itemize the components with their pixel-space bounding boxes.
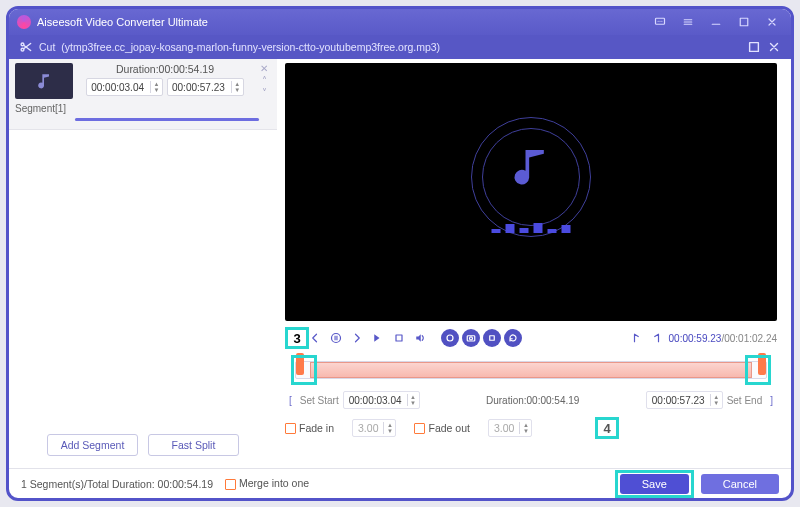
svg-rect-9 — [396, 335, 402, 341]
skip-start-icon[interactable] — [285, 329, 303, 347]
close-icon[interactable] — [761, 13, 783, 31]
feedback-icon[interactable] — [649, 13, 671, 31]
fade-in-input[interactable]: 3.00▲▼ — [352, 419, 396, 437]
maximize-icon[interactable] — [733, 13, 755, 31]
segment-name: Segment[1] — [15, 103, 271, 114]
svg-point-2 — [659, 21, 660, 22]
segment-item[interactable]: Duration:00:00:54.19 00:00:03.04▲▼ 00:00… — [9, 59, 277, 130]
segments-panel: Duration:00:00:54.19 00:00:03.04▲▼ 00:00… — [9, 59, 277, 468]
prev-frame-icon[interactable] — [306, 329, 324, 347]
svg-point-10 — [447, 335, 453, 341]
segment-end-input[interactable]: 00:00:57.23▲▼ — [167, 78, 244, 96]
fast-split-button[interactable]: Fast Split — [148, 434, 239, 456]
fade-in-checkbox[interactable]: Fade in — [285, 422, 334, 435]
app-title: Aiseesoft Video Converter Ultimate — [37, 16, 208, 28]
mark-in-icon[interactable] — [627, 329, 645, 347]
callout-4: 4 — [595, 417, 619, 439]
svg-point-12 — [470, 337, 473, 340]
cancel-button[interactable]: Cancel — [701, 474, 779, 494]
title-bar: Aiseesoft Video Converter Ultimate — [9, 9, 791, 35]
bracket-start-icon[interactable]: [ — [285, 395, 296, 406]
fade-row: Fade in 3.00▲▼ Fade out 3.00▲▼ 4 — [285, 417, 777, 439]
app-logo-icon — [17, 15, 31, 29]
play-pause-icon[interactable] — [327, 329, 345, 347]
svg-point-3 — [661, 21, 662, 22]
trim-timeline[interactable] — [285, 355, 777, 385]
fade-out-checkbox[interactable]: Fade out — [414, 422, 469, 435]
stop-icon[interactable] — [390, 329, 408, 347]
footer-bar: 1 Segment(s)/Total Duration: 00:00:54.19… — [9, 468, 791, 498]
equalizer-icon — [492, 223, 571, 233]
set-start-label[interactable]: Set Start — [296, 395, 343, 406]
trim-handle-right[interactable] — [758, 353, 766, 375]
skip-end-icon[interactable] — [369, 329, 387, 347]
end-time-input[interactable]: 00:00:57.23▲▼ — [646, 391, 723, 409]
panel-maximize-icon[interactable] — [747, 40, 761, 54]
svg-point-8 — [332, 334, 341, 343]
segment-thumb-icon — [15, 63, 73, 99]
segment-range-bar[interactable] — [75, 118, 259, 121]
svg-rect-7 — [750, 43, 759, 52]
filename: (ytmp3free.cc_jopay-kosang-marlon-funny-… — [61, 41, 440, 53]
move-up-icon[interactable]: ˄ — [257, 75, 271, 85]
step-down-icon[interactable]: ▼ — [151, 87, 162, 93]
menu-icon[interactable] — [677, 13, 699, 31]
move-down-icon[interactable]: ˅ — [257, 87, 271, 97]
next-frame-icon[interactable] — [348, 329, 366, 347]
action3-icon[interactable] — [483, 329, 501, 347]
minimize-icon[interactable] — [705, 13, 727, 31]
snapshot-icon[interactable] — [462, 329, 480, 347]
scissors-icon — [19, 40, 33, 54]
bracket-end-icon[interactable]: ] — [766, 395, 777, 406]
app-window: Aiseesoft Video Converter Ultimate Cut (… — [6, 6, 794, 501]
action1-icon[interactable] — [441, 329, 459, 347]
svg-point-1 — [658, 21, 659, 22]
timeline-values: [ Set Start 00:00:03.04▲▼ Duration:00:00… — [285, 389, 777, 411]
fade-out-input[interactable]: 3.00▲▼ — [488, 419, 532, 437]
save-button[interactable]: Save — [620, 474, 689, 494]
segment-start-input[interactable]: 00:00:03.04▲▼ — [86, 78, 163, 96]
trim-handle-left[interactable] — [296, 353, 304, 375]
mode-label: Cut — [39, 41, 55, 53]
volume-icon[interactable] — [411, 329, 429, 347]
step-down-icon[interactable]: ▼ — [232, 87, 243, 93]
close-segment-icon[interactable]: ✕ — [257, 63, 271, 73]
set-end-label[interactable]: Set End — [723, 395, 767, 406]
duration-readout: Duration:00:00:54.19 — [420, 395, 646, 406]
start-time-input[interactable]: 00:00:03.04▲▼ — [343, 391, 420, 409]
sub-header: Cut (ytmp3free.cc_jopay-kosang-marlon-fu… — [9, 35, 791, 59]
segments-summary: 1 Segment(s)/Total Duration: 00:00:54.19 — [21, 478, 213, 490]
add-segment-button[interactable]: Add Segment — [47, 434, 138, 456]
svg-rect-4 — [740, 18, 748, 26]
panel-close-icon[interactable] — [767, 40, 781, 54]
segment-duration: Duration:00:00:54.19 — [79, 63, 251, 75]
loop-icon[interactable] — [504, 329, 522, 347]
preview-area — [285, 63, 777, 321]
player-controls: 3 00:00:59.23/00:01:02.24 — [285, 325, 777, 351]
merge-checkbox[interactable]: Merge into one — [225, 477, 309, 490]
music-note-icon — [509, 145, 553, 193]
mark-out-icon[interactable] — [648, 329, 666, 347]
timecode: 00:00:59.23/00:01:02.24 — [669, 333, 777, 344]
